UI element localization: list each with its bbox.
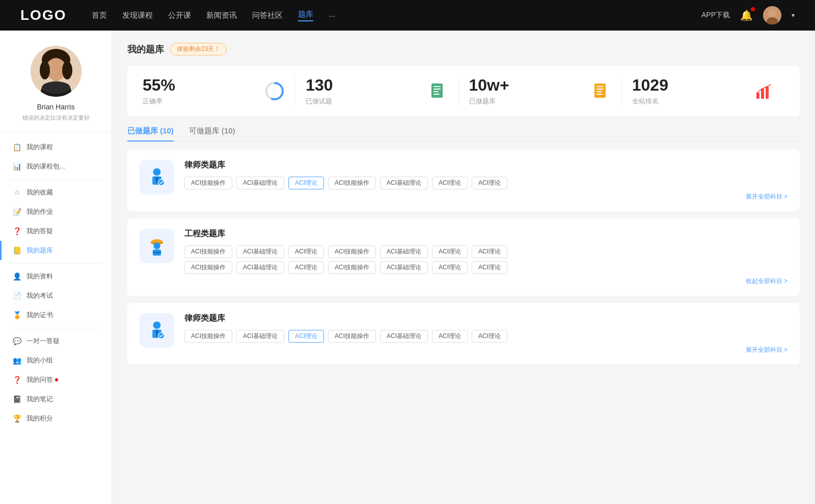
- stat-accuracy: 55% 正确率: [143, 76, 295, 106]
- eng-tag2-6[interactable]: ACI理论: [472, 261, 507, 274]
- nav-item-open-course[interactable]: 公开课: [168, 11, 191, 20]
- app-download-button[interactable]: APP下载: [701, 11, 730, 20]
- svg-point-36: [153, 321, 161, 329]
- tag-4[interactable]: ACI基础理论: [380, 177, 428, 189]
- tag-5[interactable]: ACI理论: [432, 177, 468, 189]
- eng-tag-0[interactable]: ACI技能操作: [184, 245, 232, 258]
- nav-item-discover[interactable]: 发现课程: [122, 11, 153, 20]
- main-content: 我的题库 体验剩余23天！ 55% 正确率 130: [112, 31, 815, 504]
- sidebar-item-qa[interactable]: ❓ 我的答疑: [0, 221, 112, 241]
- tab-done-banks[interactable]: 已做题库 (10): [127, 126, 174, 141]
- qbank-icon-engineer-1: [140, 229, 174, 263]
- eng-tag2-3[interactable]: ACI技能操作: [328, 261, 376, 274]
- l2-tag-1[interactable]: ACI基础理论: [236, 330, 284, 343]
- eng-tag2-1[interactable]: ACI基础理论: [236, 261, 284, 274]
- qbank-expand-lawyer-1[interactable]: 展开全部科目 >: [184, 192, 787, 201]
- stat-done-questions: 130 已做试题: [295, 76, 458, 106]
- l2-tag-5[interactable]: ACI理论: [432, 330, 468, 343]
- notification-bell[interactable]: 🔔: [740, 9, 753, 21]
- tag-2-active[interactable]: ACI理论: [288, 177, 324, 189]
- sidebar-item-qbank[interactable]: 📒 我的题库: [0, 241, 112, 260]
- sidebar-item-one-on-one[interactable]: 💬 一对一答疑: [0, 331, 112, 351]
- eng-tag2-0[interactable]: ACI技能操作: [184, 261, 232, 274]
- svg-rect-22: [596, 91, 602, 92]
- qbank-icon: 📒: [12, 246, 21, 255]
- qbank-title-lawyer-1: 律师类题库: [184, 160, 787, 171]
- svg-rect-17: [433, 91, 439, 92]
- user-dropdown-arrow[interactable]: ▾: [792, 12, 795, 19]
- sidebar-item-my-packages[interactable]: 📊 我的课程包...: [0, 157, 112, 176]
- l2-tag-0[interactable]: ACI技能操作: [184, 330, 232, 343]
- tab-available-banks[interactable]: 可做题库 (10): [189, 126, 235, 141]
- svg-rect-19: [594, 83, 606, 98]
- qbank-title-engineer-1: 工程类题库: [184, 229, 787, 239]
- svg-rect-16: [433, 89, 441, 90]
- stat-done-banks-text: 10w+ 已做题库: [469, 76, 583, 106]
- eng-tag-4[interactable]: ACI基础理论: [380, 245, 428, 258]
- eng-tag2-2[interactable]: ACI理论: [288, 261, 324, 274]
- navbar-right: APP下载 🔔 ▾: [701, 6, 795, 24]
- group-icon: 👥: [12, 356, 21, 365]
- stat-global-rank-number: 1029: [632, 76, 746, 95]
- sidebar-item-certificates[interactable]: 🏅 我的证书: [0, 305, 112, 325]
- nav-item-qa[interactable]: 问答社区: [252, 11, 283, 20]
- tag-3[interactable]: ACI技能操作: [328, 177, 376, 189]
- stat-accuracy-number: 55%: [143, 76, 256, 95]
- tag-6[interactable]: ACI理论: [472, 177, 507, 189]
- l2-tag-6[interactable]: ACI理论: [472, 330, 507, 343]
- l2-tag-3[interactable]: ACI技能操作: [328, 330, 376, 343]
- exams-icon: 📄: [12, 291, 21, 300]
- stat-done-questions-number: 130: [306, 76, 419, 95]
- tag-0[interactable]: ACI技能操作: [184, 177, 232, 189]
- eng-tag2-4[interactable]: ACI基础理论: [380, 261, 428, 274]
- svg-rect-20: [596, 86, 604, 87]
- svg-rect-25: [761, 89, 764, 99]
- qbank-tags-engineer-1-row2: ACI技能操作 ACI基础理论 ACI理论 ACI技能操作 ACI基础理论 AC…: [184, 261, 787, 274]
- eng-tag-1[interactable]: ACI基础理论: [236, 245, 284, 258]
- eng-tag-5[interactable]: ACI理论: [432, 245, 468, 258]
- certificates-icon: 🏅: [12, 311, 21, 320]
- svg-rect-18: [433, 94, 440, 95]
- sidebar-menu: 📋 我的课程 📊 我的课程包... ☆ 我的收藏 📝 我的作业 ❓ 我的答疑 �: [0, 132, 112, 433]
- qbank-content-lawyer-1: 律师类题库 ACI技能操作 ACI基础理论 ACI理论 ACI技能操作 ACI基…: [184, 160, 787, 201]
- qbank-tags-lawyer-2: ACI技能操作 ACI基础理论 ACI理论 ACI技能操作 ACI基础理论 AC…: [184, 330, 787, 343]
- nav-item-news[interactable]: 新闻资讯: [206, 11, 237, 20]
- eng-tag-6[interactable]: ACI理论: [472, 245, 507, 258]
- l2-tag-2-active[interactable]: ACI理论: [288, 330, 324, 343]
- nav-item-home[interactable]: 首页: [92, 11, 107, 20]
- nav-item-qbank[interactable]: 题库: [298, 10, 313, 21]
- sidebar-item-group[interactable]: 👥 我的小组: [0, 351, 112, 370]
- nav-item-more[interactable]: ···: [329, 11, 335, 20]
- eng-tag-2[interactable]: ACI理论: [288, 245, 324, 258]
- qbank-expand-engineer-1[interactable]: 收起全部科目 >: [184, 277, 787, 286]
- sidebar-item-notes[interactable]: 📓 我的笔记: [0, 389, 112, 409]
- sidebar-item-homework[interactable]: 📝 我的作业: [0, 202, 112, 221]
- sidebar-item-favorites[interactable]: ☆ 我的收藏: [0, 183, 112, 202]
- avatar[interactable]: [763, 6, 781, 24]
- stat-done-questions-label: 已做试题: [306, 97, 419, 106]
- packages-icon: 📊: [12, 162, 21, 171]
- sidebar-item-my-courses[interactable]: 📋 我的课程: [0, 137, 112, 157]
- qbank-expand-lawyer-2[interactable]: 展开全部科目 >: [184, 346, 787, 354]
- sidebar-item-questions[interactable]: ❓ 我的问答: [0, 370, 112, 389]
- trial-badge: 体验剩余23天！: [170, 43, 227, 55]
- qbank-icon-lawyer-2: [140, 313, 174, 348]
- l2-tag-4[interactable]: ACI基础理论: [380, 330, 428, 343]
- sidebar-item-profile[interactable]: 👤 我的资料: [0, 267, 112, 286]
- page-header: 我的题库 体验剩余23天！: [127, 43, 800, 55]
- eng-tag2-5[interactable]: ACI理论: [432, 261, 468, 274]
- sidebar-item-exams[interactable]: 📄 我的考试: [0, 286, 112, 305]
- qbank-tags-lawyer-1: ACI技能操作 ACI基础理论 ACI理论 ACI技能操作 ACI基础理论 AC…: [184, 177, 787, 189]
- svg-rect-24: [756, 93, 759, 99]
- svg-point-11: [42, 81, 70, 94]
- qbank-tags-engineer-1-row1: ACI技能操作 ACI基础理论 ACI理论 ACI技能操作 ACI基础理论 AC…: [184, 245, 787, 258]
- sidebar-item-points[interactable]: 🏆 我的积分: [0, 409, 112, 428]
- profile-icon: 👤: [12, 272, 21, 281]
- svg-point-27: [153, 168, 161, 176]
- eng-tag-3[interactable]: ACI技能操作: [328, 245, 376, 258]
- favorites-icon: ☆: [12, 188, 21, 197]
- svg-point-7: [40, 61, 50, 79]
- tag-1[interactable]: ACI基础理论: [236, 177, 284, 189]
- qbank-card-lawyer-2: 律师类题库 ACI技能操作 ACI基础理论 ACI理论 ACI技能操作 ACI基…: [127, 303, 800, 365]
- qbank-icon-lawyer-1: [140, 160, 174, 194]
